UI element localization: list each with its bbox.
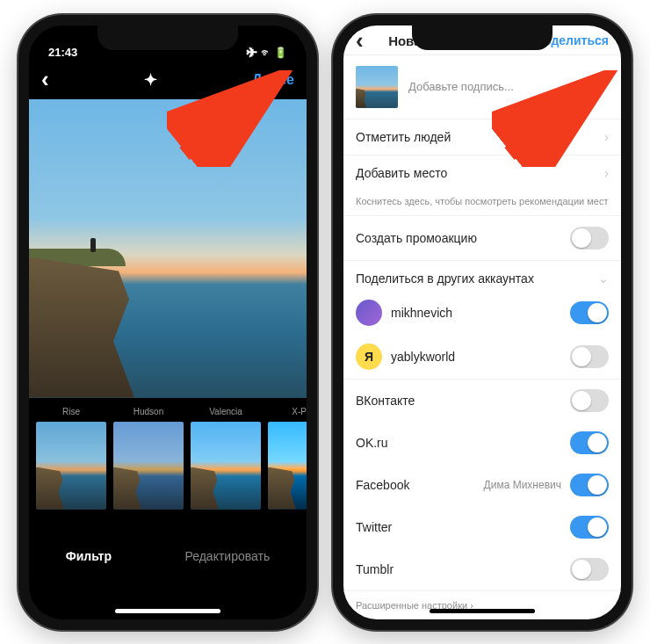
network-name: OK.ru (356, 436, 388, 450)
create-promo-label: Создать промоакцию (356, 231, 477, 245)
status-time: 21:43 (48, 46, 77, 59)
share-other-label: Поделиться в других аккаунтах (356, 271, 534, 286)
location-hint[interactable]: Коснитесь здесь, чтобы посмотреть рекоме… (343, 191, 621, 216)
avatar (356, 300, 382, 326)
network-row: Tumblr (343, 548, 621, 591)
filter-thumb (113, 422, 184, 510)
advanced-settings[interactable]: Расширенные настройки › (343, 591, 621, 619)
add-location-row[interactable]: Добавить место › (343, 156, 621, 191)
network-row: OK.ru (343, 422, 621, 464)
caption-thumbnail[interactable] (356, 66, 398, 108)
filter-thumb (36, 422, 106, 510)
share-screen: ‹ Новая публикация Поделиться Добавьте п… (343, 25, 621, 619)
network-name: Facebook (356, 478, 409, 492)
tab-edit[interactable]: Редактировать (185, 549, 271, 563)
notch (98, 25, 238, 50)
account-toggle[interactable] (570, 345, 609, 368)
back-button[interactable]: ‹ (356, 27, 364, 54)
filter-item[interactable]: Valencia (191, 407, 261, 530)
account-row: mikhnevich (343, 291, 621, 335)
account-name: yablykworld (391, 350, 561, 364)
add-location-label: Добавить место (356, 166, 447, 180)
network-toggle[interactable] (570, 389, 609, 412)
network-name: ВКонтакте (356, 394, 415, 408)
filter-label: Rise (62, 407, 80, 416)
filter-label: X-Pro (292, 407, 307, 416)
filter-thumb (268, 422, 307, 510)
network-name: Twitter (356, 520, 392, 534)
account-toggle[interactable] (570, 301, 609, 324)
tab-filter[interactable]: Фильтр (66, 549, 112, 563)
home-indicator (115, 609, 220, 613)
editor-tabbar: Фильтр Редактировать (29, 530, 307, 582)
network-row: Twitter (343, 506, 621, 548)
network-toggle[interactable] (570, 431, 609, 454)
promo-toggle[interactable] (570, 227, 609, 250)
account-name: mikhnevich (391, 306, 561, 320)
caption-input[interactable]: Добавьте подпись... (408, 80, 609, 93)
caption-row: Добавьте подпись... (343, 55, 621, 119)
photo-preview[interactable] (29, 99, 307, 398)
filter-label: Valencia (209, 407, 242, 416)
tag-people-label: Отметить людей (356, 130, 451, 144)
network-name: Tumblr (356, 562, 394, 576)
avatar: Я (356, 344, 382, 370)
editor-screen: 21:43 ✈ ᯤ 🔋 ‹ ✦ Далее Rise Hudson Val (29, 25, 307, 619)
filter-item[interactable]: Hudson (113, 407, 184, 530)
phone-right: ‹ Новая публикация Поделиться Добавьте п… (333, 15, 632, 630)
magic-wand-icon[interactable]: ✦ (144, 70, 157, 90)
create-promo-row[interactable]: Создать промоакцию (343, 216, 621, 261)
editor-navbar: ‹ ✦ Далее (29, 61, 307, 99)
network-row: Facebook Дима Михневич (343, 464, 621, 506)
chevron-right-icon: › (604, 130, 609, 144)
filter-label: Hudson (134, 407, 163, 416)
home-indicator (430, 609, 535, 613)
next-button[interactable]: Далее (252, 72, 294, 88)
share-other-section[interactable]: Поделиться в других аккаунтах ⌄ (343, 261, 621, 291)
chevron-right-icon: › (604, 166, 609, 180)
phone-left: 21:43 ✈ ᯤ 🔋 ‹ ✦ Далее Rise Hudson Val (18, 15, 317, 630)
network-toggle[interactable] (570, 558, 609, 581)
filter-item[interactable]: X-Pro (268, 407, 307, 530)
status-icons: ✈ ᯤ 🔋 (247, 47, 287, 59)
network-toggle[interactable] (570, 474, 609, 496)
chevron-down-icon: ⌄ (598, 271, 609, 286)
account-row: Я yablykworld (343, 335, 621, 380)
notch (412, 25, 552, 50)
filter-item[interactable]: Rise (36, 407, 106, 530)
filter-strip[interactable]: Rise Hudson Valencia X-Pro (29, 398, 307, 530)
network-row: ВКонтакте (343, 380, 621, 422)
filter-thumb (191, 422, 261, 510)
network-toggle[interactable] (570, 516, 609, 539)
back-button[interactable]: ‹ (41, 66, 49, 93)
tag-people-row[interactable]: Отметить людей › (343, 119, 621, 156)
network-sub: Дима Михневич (484, 479, 561, 491)
